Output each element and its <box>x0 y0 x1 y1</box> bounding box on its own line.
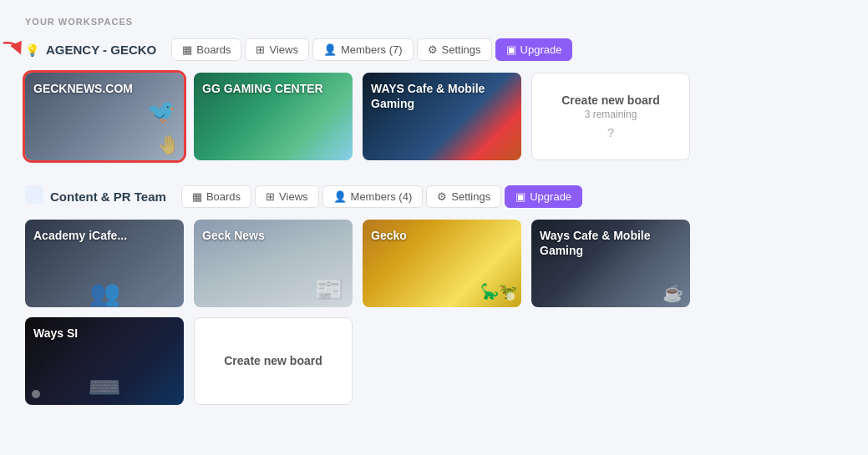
red-arrow <box>0 39 23 60</box>
nav-settings-btn-2[interactable]: ⚙ Settings <box>426 185 501 208</box>
views-label-1: Views <box>269 43 297 56</box>
create-new-title-1: Create new board <box>561 94 659 107</box>
board-label-ways-si: Ways SI <box>25 317 184 349</box>
nav-views-btn-2[interactable]: ⊞ Views <box>255 185 318 208</box>
workspace-name-2: Content & PR Team <box>50 190 166 204</box>
nav-boards-btn-1[interactable]: ▦ Boards <box>171 38 241 61</box>
workspace-nav-2: ▦ Boards ⊞ Views 👤 Members (4) ⚙ Setting… <box>181 185 582 208</box>
keyboard-icon: ⌨️ <box>25 372 184 403</box>
views-icon-2: ⊞ <box>266 190 275 203</box>
members-label-1: Members (7) <box>341 43 403 56</box>
views-icon-1: ⊞ <box>256 43 265 56</box>
members-icon-1: 👤 <box>323 43 337 56</box>
card-dot-gecko <box>506 292 515 301</box>
upgrade-icon-1: ▣ <box>506 43 516 56</box>
card-dot-left-ways-si <box>32 390 40 398</box>
workspace-name: AGENCY - GECKO <box>46 43 156 57</box>
settings-icon-1: ⚙ <box>428 43 438 56</box>
workspace-icon-2: 🤝 <box>25 185 43 208</box>
nav-members-btn-2[interactable]: 👤 Members (4) <box>322 185 424 208</box>
board-card-create-new-1[interactable]: Create new board 3 remaining ? <box>531 73 690 160</box>
coffee-icon: ☕ <box>662 283 683 303</box>
boards-label-1: Boards <box>196 43 231 56</box>
board-label-academy: Academy iCafe... <box>25 220 184 251</box>
section-title: YOUR WORKSPACES <box>25 17 843 27</box>
board-label-ways-cafe-2: Ways Cafe & Mobile Gaming <box>531 220 690 266</box>
boards-grid-2: Academy iCafe... 👥 Geck News 📰 Gecko 🦕🦖 … <box>25 220 843 405</box>
views-label-2: Views <box>279 190 307 203</box>
settings-icon-2: ⚙ <box>437 190 447 203</box>
board-label-geck-news: Geck News <box>194 220 353 251</box>
people-icon: 👥 <box>25 278 184 307</box>
nav-boards-btn-2[interactable]: ▦ Boards <box>181 185 251 208</box>
workspace-nav: ▦ Boards ⊞ Views 👤 Members (7) ⚙ Setting… <box>171 38 572 61</box>
workspace-header: 💡 AGENCY - GECKO ▦ Boards ⊞ Views 👤 Memb… <box>25 38 843 61</box>
create-new-title-2: Create new board <box>224 354 322 367</box>
board-card-ways-si[interactable]: Ways SI ⌨️ <box>25 317 184 405</box>
upgrade-label-1: Upgrade <box>520 43 562 56</box>
nav-upgrade-btn-2[interactable]: ▣ Upgrade <box>505 185 582 208</box>
board-label-gecko: Gecko <box>363 220 521 251</box>
members-label-2: Members (4) <box>351 190 413 203</box>
nav-views-btn-1[interactable]: ⊞ Views <box>245 38 308 61</box>
board-card-gg-gaming[interactable]: GG GAMING CENTER <box>194 73 353 160</box>
create-new-help-1: ? <box>607 125 614 139</box>
settings-label-2: Settings <box>451 190 490 203</box>
boards-icon-1: ▦ <box>182 43 192 56</box>
members-icon-2: 👤 <box>333 190 347 203</box>
newspaper-icon: 📰 <box>315 276 344 303</box>
nav-upgrade-btn-1[interactable]: ▣ Upgrade <box>495 38 573 61</box>
svg-rect-0 <box>25 185 43 204</box>
nav-settings-btn-1[interactable]: ⚙ Settings <box>417 38 492 61</box>
board-card-ways-cafe-1[interactable]: WAYS Cafe & Mobile Gaming <box>363 73 521 160</box>
boards-grid-1: GECKNEWS.COM 🐦 🤚 GG GAMING CENTER WAYS C… <box>25 73 843 160</box>
upgrade-icon-2: ▣ <box>515 190 525 203</box>
board-card-gecknews[interactable]: GECKNEWS.COM 🐦 🤚 <box>25 73 184 160</box>
board-card-academy[interactable]: Academy iCafe... 👥 <box>25 220 184 307</box>
board-card-ways-cafe-2[interactable]: Ways Cafe & Mobile Gaming ☕ <box>531 220 690 307</box>
workspace-content-pr: 🤝 Content & PR Team ▦ Boards ⊞ Views 👤 M… <box>25 185 843 405</box>
board-card-gecko[interactable]: Gecko 🦕🦖 <box>363 220 521 307</box>
settings-label-1: Settings <box>442 43 481 56</box>
create-new-sub-1: 3 remaining <box>585 109 637 120</box>
board-card-create-new-2[interactable]: Create new board <box>194 317 353 405</box>
workspace-agency-gecko: 💡 AGENCY - GECKO ▦ Boards ⊞ Views 👤 Memb… <box>25 38 843 160</box>
bird-icon: 🐦 <box>146 98 175 125</box>
boards-label-2: Boards <box>206 190 241 203</box>
nav-members-btn-1[interactable]: 👤 Members (7) <box>312 38 414 61</box>
board-label-gg-gaming: GG GAMING CENTER <box>194 73 353 104</box>
workspace-header-2: 🤝 Content & PR Team ▦ Boards ⊞ Views 👤 M… <box>25 185 843 208</box>
boards-icon-2: ▦ <box>192 190 202 203</box>
workspace-icon: 💡 <box>25 43 39 57</box>
hand-icon: 🤚 <box>157 134 180 156</box>
board-card-geck-news[interactable]: Geck News 📰 <box>194 220 353 307</box>
board-label-ways-cafe-1: WAYS Cafe & Mobile Gaming <box>363 73 521 119</box>
upgrade-label-2: Upgrade <box>530 190 571 203</box>
